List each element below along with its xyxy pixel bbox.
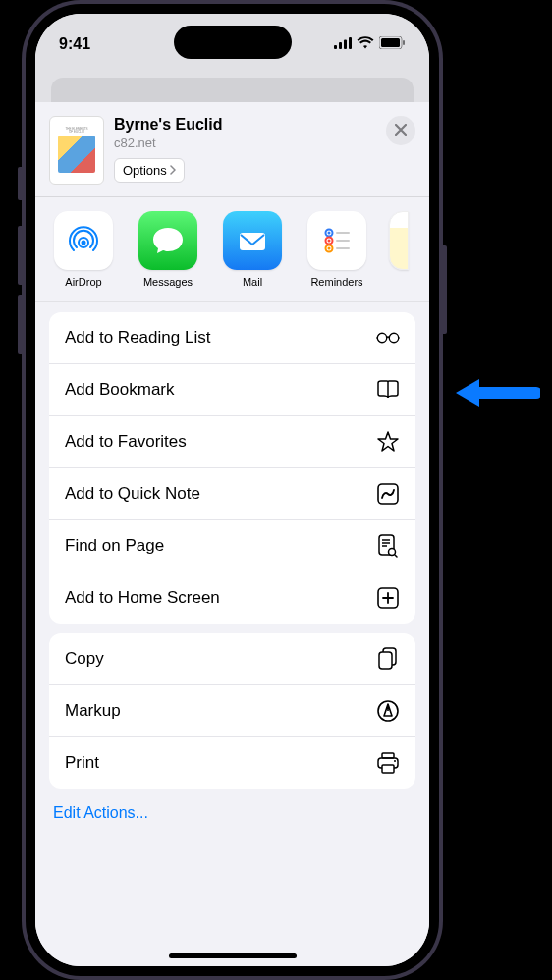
share-title: Byrne's Euclid [114,116,376,134]
reminders-icon [307,211,366,270]
book-icon [376,378,400,402]
svg-point-19 [377,333,386,342]
svg-rect-5 [381,38,400,47]
star-icon [376,430,400,454]
svg-point-13 [328,240,331,243]
close-button[interactable] [386,116,415,145]
svg-point-15 [328,247,331,250]
action-add-to-reading-list[interactable]: Add to Reading List [49,312,415,364]
options-button[interactable]: Options [114,158,185,183]
action-find-on-page[interactable]: Find on Page [49,520,415,572]
cellular-icon [334,35,352,53]
notes-icon [389,211,409,270]
svg-rect-18 [336,247,350,249]
actions-group-1: Add to Reading List Add Bookmark [49,312,415,624]
action-print[interactable]: Print [49,737,415,789]
svg-rect-9 [240,233,265,250]
action-add-to-quick-note[interactable]: Add to Quick Note [49,468,415,520]
page-thumbnail: THE ELEMENTSOF EUCLID [49,116,104,185]
action-add-to-home-screen[interactable]: Add to Home Screen [49,572,415,624]
phone-frame: 9:41 T [22,0,443,980]
close-icon [395,122,407,139]
app-airdrop[interactable]: AirDrop [51,211,116,288]
doc-on-doc-icon [376,647,400,671]
mail-icon [223,211,282,270]
svg-rect-3 [349,37,352,49]
svg-point-11 [328,232,331,235]
wifi-icon [357,35,374,53]
app-messages[interactable]: Messages [136,211,200,288]
doc-search-icon [376,534,400,558]
chevron-right-icon [170,163,176,178]
edit-actions-link[interactable]: Edit Actions... [49,798,415,822]
status-time: 9:41 [59,35,90,53]
svg-rect-0 [334,45,337,49]
svg-rect-2 [344,40,347,50]
action-add-to-favorites[interactable]: Add to Favorites [49,416,415,468]
markup-icon [376,699,400,723]
svg-rect-1 [339,42,342,49]
svg-rect-17 [336,240,350,242]
battery-icon [379,35,406,53]
svg-rect-38 [382,765,394,773]
quicknote-icon [376,482,400,506]
callout-arrow [452,373,540,412]
share-sheet-header: THE ELEMENTSOF EUCLID Byrne's Euclid c82… [35,102,429,197]
messages-icon [138,211,197,270]
share-apps-row[interactable]: AirDrop Messages Mail [35,197,429,302]
action-add-bookmark[interactable]: Add Bookmark [49,364,415,416]
action-copy[interactable]: Copy [49,633,415,685]
svg-rect-6 [403,40,405,45]
airdrop-icon [54,211,113,270]
app-reminders[interactable]: Reminders [304,211,369,288]
home-indicator[interactable] [169,953,297,958]
printer-icon [376,751,400,775]
svg-line-29 [395,555,397,557]
svg-point-39 [394,760,396,762]
svg-point-20 [389,333,398,342]
svg-point-28 [389,549,396,556]
app-mail[interactable]: Mail [220,211,285,288]
share-sheet: THE ELEMENTSOF EUCLID Byrne's Euclid c82… [35,102,429,966]
actions-scroll-area[interactable]: Add to Reading List Add Bookmark [35,302,429,966]
actions-group-2: Copy Markup Print [49,633,415,789]
plus-square-icon [376,586,400,610]
screen: 9:41 T [35,14,429,966]
action-markup[interactable]: Markup [49,685,415,737]
app-notes-partial[interactable] [389,211,409,288]
background-tab-strip [35,63,429,102]
dynamic-island [174,26,292,59]
glasses-icon [376,326,400,350]
svg-rect-34 [379,652,392,669]
svg-point-8 [82,241,86,245]
share-subtitle: c82.net [114,136,376,150]
svg-rect-16 [336,232,350,234]
